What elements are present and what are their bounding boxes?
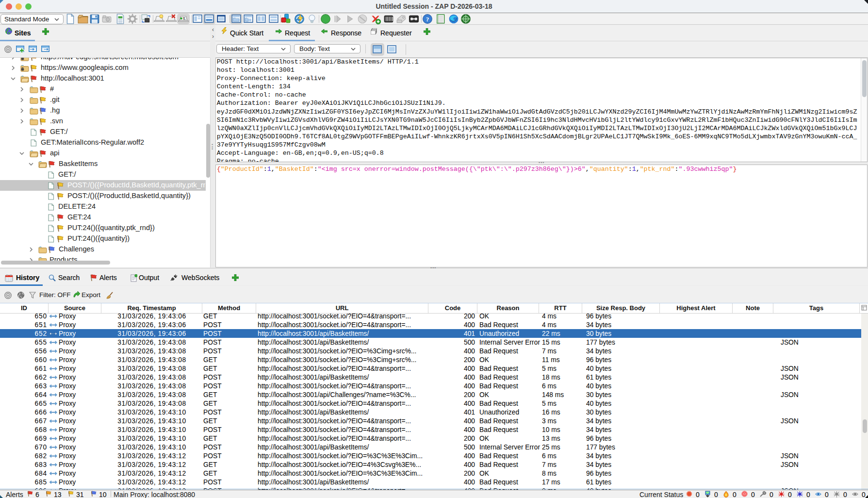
- svg-text:T.: T.: [183, 17, 186, 21]
- svg-text:?: ?: [426, 16, 429, 23]
